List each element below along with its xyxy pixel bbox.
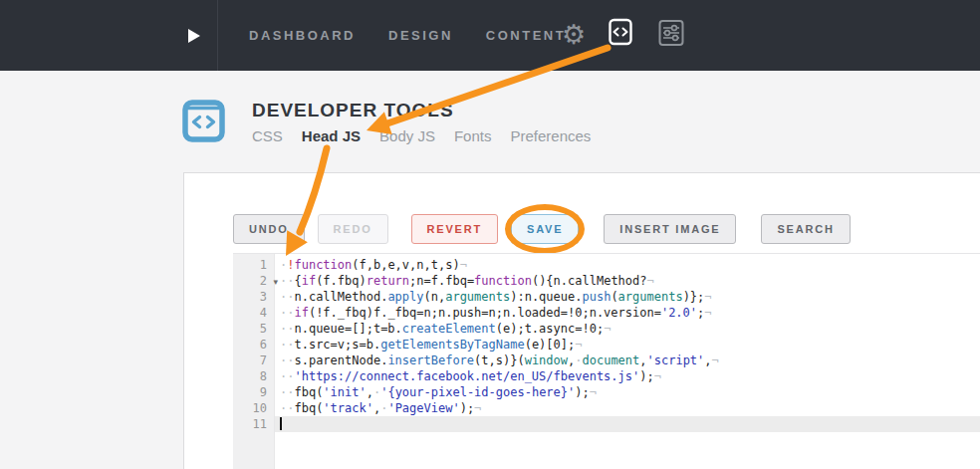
code-window-icon (182, 100, 225, 142)
editor-panel: UNDOREDOREVERTSAVEINSERT IMAGESEARCH 12▾… (183, 172, 980, 469)
line-number: 6 (233, 337, 274, 352)
code-line[interactable]: ··fbq('init',·'{your-pixel-id-goes-here}… (275, 384, 980, 400)
line-number: 11 (233, 416, 274, 432)
line-number: 8 (233, 368, 274, 384)
code-line[interactable]: ··'https://connect.facebook.net/en_US/fb… (275, 368, 980, 384)
nav-item-design[interactable]: DESIGN (388, 28, 453, 43)
tab-preferences[interactable]: Preferences (510, 127, 591, 144)
search-button[interactable]: SEARCH (761, 214, 850, 244)
line-number: 3 (233, 289, 274, 305)
text-cursor (280, 417, 282, 430)
nav-item-content[interactable]: CONTENT (486, 28, 566, 43)
editor-gutter: 12▾34567891011 (233, 254, 275, 469)
code-line[interactable]: ··fbq('track',·'PageView');¬ (275, 400, 980, 416)
page-title: DEVELOPER TOOLS (252, 100, 454, 121)
undo-button[interactable]: UNDO (233, 214, 305, 244)
tab-fonts[interactable]: Fonts (454, 127, 492, 144)
top-nav-bar: DASHBOARDDESIGNCONTENT ⚙ (0, 0, 980, 71)
editor-code[interactable]: ·!function(f,b,e,v,n,t,s)¬··{if(f.fbq)re… (275, 254, 980, 469)
code-line[interactable]: ··n.queue=[];t=b.createElement(e);t.asyn… (275, 321, 980, 337)
play-icon[interactable] (188, 29, 200, 43)
insert-image-button[interactable]: INSERT IMAGE (604, 214, 736, 244)
line-number: 1 (233, 257, 274, 273)
line-number: 10 (233, 400, 274, 416)
topbar-divider (217, 0, 218, 71)
devtools-tabs: CSSHead JSBody JSFontsPreferences (252, 127, 591, 144)
fold-arrow-icon[interactable]: ▾ (273, 274, 278, 290)
top-nav: DASHBOARDDESIGNCONTENT (249, 0, 566, 71)
code-line[interactable]: ··s.parentNode.insertBefore(t,s)}(window… (275, 352, 980, 368)
tab-body-js[interactable]: Body JS (379, 127, 435, 144)
line-number: 2▾ (233, 273, 274, 289)
line-number: 4 (233, 305, 274, 321)
line-number: 9 (233, 384, 274, 400)
nav-item-dashboard[interactable]: DASHBOARD (249, 28, 356, 43)
tab-css[interactable]: CSS (252, 127, 283, 144)
sliders-icon[interactable] (658, 19, 684, 47)
tab-head-js[interactable]: Head JS (302, 127, 361, 144)
code-line[interactable]: ··{if(f.fbq)return;n=f.fbq=function(){n.… (275, 273, 980, 289)
code-line[interactable]: ··n.callMethod.apply(n,arguments):n.queu… (275, 289, 980, 305)
gear-icon[interactable]: ⚙ (559, 19, 589, 51)
line-number: 7 (233, 352, 274, 368)
code-line[interactable]: ··if(!f._fbq)f._fbq=n;n.push=n;n.loaded=… (275, 305, 980, 321)
revert-button[interactable]: REVERT (411, 214, 498, 244)
code-line[interactable]: ··t.src=v;s=b.getElementsByTagName(e)[0]… (275, 337, 980, 352)
code-line[interactable] (275, 416, 980, 432)
line-number: 5 (233, 321, 274, 337)
code-line[interactable]: ·!function(f,b,e,v,n,t,s)¬ (275, 257, 980, 273)
redo-button[interactable]: REDO (318, 214, 388, 244)
save-button[interactable]: SAVE (511, 214, 579, 244)
code-icon[interactable] (609, 18, 632, 46)
editor-toolbar: UNDOREDOREVERTSAVEINSERT IMAGESEARCH (233, 214, 863, 244)
code-editor[interactable]: 12▾34567891011 ·!function(f,b,e,v,n,t,s)… (233, 253, 980, 469)
